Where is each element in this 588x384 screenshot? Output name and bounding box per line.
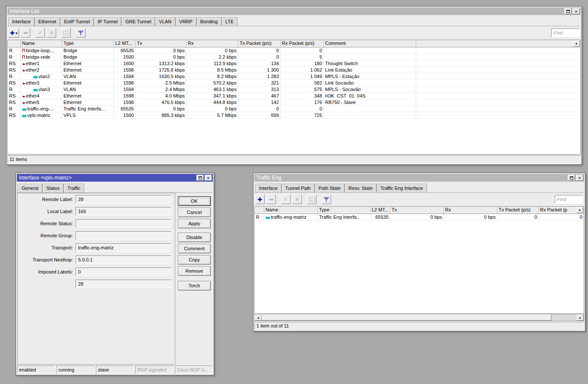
scroll-track[interactable]: [551, 315, 577, 321]
tab-traffic[interactable]: Traffic: [63, 184, 84, 192]
table-row[interactable]: R traffic-eng-matriz Traffic Eng Interfa…: [255, 214, 584, 220]
table-row[interactable]: RS ether3 Ethernet 1598 2.5 Mbps 570.2 k…: [8, 80, 580, 86]
table-row[interactable]: R traffic-eng-... Traffic Eng Interfa...…: [8, 106, 580, 112]
column-tx-packet[interactable]: Tx Packet (p/s): [497, 207, 539, 214]
column-rx[interactable]: Rx: [187, 40, 238, 47]
column-type[interactable]: Type: [318, 207, 370, 214]
tab-traffic-eng-interface[interactable]: Traffic Eng Interface: [376, 184, 427, 192]
row-name: vlan3: [21, 86, 62, 92]
cancel-button[interactable]: Cancel: [178, 208, 211, 217]
tab-lte[interactable]: LTE: [221, 17, 237, 26]
filter-button[interactable]: [322, 195, 331, 204]
find-input[interactable]: [555, 195, 583, 204]
remove-button[interactable]: [21, 28, 30, 38]
table-row[interactable]: RS ether2 Ethernet 1598 1725.8 kbps 8.5 …: [8, 67, 580, 73]
add-button[interactable]: [8, 28, 19, 38]
tab-vrrp[interactable]: VRRP: [175, 17, 196, 26]
column-comment[interactable]: Comment: [324, 40, 416, 47]
table-row[interactable]: RS ether4 Ethernet 1598 4.0 Mbps 347.1 k…: [8, 93, 580, 99]
close-button[interactable]: [576, 175, 583, 181]
table-row[interactable]: R bridge-loop... Bridge 65535 0 bps 0 bp…: [8, 47, 580, 54]
column-rx-packet[interactable]: Rx Packet (p/s): [281, 40, 324, 47]
ethernet-icon: [22, 80, 25, 86]
titlebar[interactable]: Traffic Eng: [254, 174, 584, 182]
imposed-labels-field[interactable]: 0: [76, 268, 171, 276]
scroll-thumb[interactable]: [262, 315, 551, 321]
traffic-eng-icon: [266, 214, 270, 220]
titlebar[interactable]: Interface List: [7, 7, 581, 15]
scroll-right-button[interactable]: [577, 315, 584, 321]
tab-status[interactable]: Status: [42, 184, 63, 192]
comment-button[interactable]: [307, 195, 316, 204]
scroll-left-button[interactable]: [255, 315, 262, 321]
column-rx[interactable]: Rx: [444, 207, 497, 214]
enable-button[interactable]: [35, 28, 45, 38]
column-name[interactable]: Name: [21, 40, 62, 47]
copy-button[interactable]: Copy: [178, 255, 211, 264]
apply-button[interactable]: Apply: [178, 219, 211, 228]
maximize-button[interactable]: [568, 175, 575, 181]
column-flags[interactable]: [255, 207, 264, 214]
tab-general[interactable]: General: [18, 184, 42, 192]
tab-ip-tunnel[interactable]: IP Tunnel: [94, 17, 121, 26]
column-flags[interactable]: [8, 40, 21, 47]
filter-button[interactable]: [76, 28, 85, 38]
tab-vlan[interactable]: VLAN: [155, 17, 175, 26]
table-row[interactable]: RS ether5 Ethernet 1598 476.5 kbps 444.8…: [8, 99, 580, 106]
disable-button[interactable]: Disable: [178, 233, 211, 242]
column-select-button[interactable]: [573, 41, 580, 47]
add-button[interactable]: [255, 195, 265, 204]
remote-label-field[interactable]: 28: [76, 195, 171, 204]
disable-button[interactable]: [292, 195, 302, 204]
torch-button[interactable]: Torch: [178, 281, 211, 290]
maximize-button[interactable]: [564, 8, 572, 14]
column-tx[interactable]: Tx: [136, 40, 187, 47]
table-row[interactable]: RS vpls-matriz VPLS 1500 885.3 kbps 5.7 …: [8, 112, 580, 119]
tab-interface[interactable]: Interface: [255, 184, 281, 192]
column-name[interactable]: Name: [264, 207, 318, 214]
find-input[interactable]: [551, 28, 580, 37]
row-tx-packet: 313: [238, 86, 281, 92]
title-buttons: [568, 175, 583, 181]
remote-status-field[interactable]: [76, 219, 171, 228]
remove-button[interactable]: [266, 195, 276, 204]
enable-button[interactable]: [281, 195, 291, 204]
row-l2mtu: 65535: [114, 106, 136, 112]
transport-nexthop-field[interactable]: 5.0.0.1: [76, 255, 171, 264]
horizontal-scrollbar[interactable]: [254, 314, 584, 321]
remote-group-field[interactable]: [76, 231, 171, 240]
table-row[interactable]: R vlan2 VLAN 1594 1630.5 kbps 8.2 Mbps 1…: [8, 73, 580, 80]
column-l2mtu[interactable]: L2 MT...: [370, 207, 390, 214]
column-tx[interactable]: Tx: [390, 207, 444, 214]
titlebar[interactable]: Interface <vpls-matriz>: [17, 174, 213, 182]
table-row[interactable]: RS ether1 Ethernet 1600 1313.2 kbps 112.…: [8, 60, 580, 67]
remove-button[interactable]: Remove: [178, 266, 211, 276]
row-tx: 0 bps: [390, 214, 444, 220]
tab-path-state[interactable]: Path State: [315, 184, 345, 192]
tab-eoip-tunnel[interactable]: EoIP Tunnel: [60, 17, 94, 26]
disable-button[interactable]: [47, 28, 56, 38]
column-tx-packet[interactable]: Tx Packet (p/s): [238, 40, 281, 47]
table-header: Name Type L2 MT... Tx Rx Tx Packet (p/s)…: [8, 40, 580, 47]
maximize-button[interactable]: [196, 175, 204, 181]
tab-ethernet[interactable]: Ethernet: [35, 17, 60, 26]
column-type[interactable]: Type: [62, 40, 114, 47]
table-row[interactable]: R vlan3 VLAN 1594 2.4 Mbps 463.1 kbps 31…: [8, 86, 580, 93]
close-button[interactable]: [572, 8, 580, 14]
tab-resv-state[interactable]: Resv. State: [345, 184, 376, 192]
tab-interface[interactable]: Interface: [8, 17, 35, 26]
row-name: traffic-eng-...: [21, 106, 62, 112]
transport-field[interactable]: traffic-eng-matriz: [76, 243, 171, 252]
table-row[interactable]: R bridge-rede Bridge 1500 0 bps 2.2 kbps…: [8, 54, 580, 60]
column-l2mtu[interactable]: L2 MT...: [114, 40, 136, 47]
ok-button[interactable]: OK: [178, 196, 211, 206]
column-select-button[interactable]: [576, 207, 583, 213]
tab-bonding[interactable]: Bonding: [196, 17, 221, 26]
close-button[interactable]: [205, 175, 212, 181]
tab-tunnel-path[interactable]: Tunnel Path: [281, 184, 315, 192]
local-label-field[interactable]: 166: [76, 207, 171, 216]
comment-button[interactable]: Comment: [178, 244, 211, 253]
comment-button[interactable]: [61, 28, 71, 38]
imposed-labels-field-2[interactable]: 28: [76, 280, 171, 288]
tab-gre-tunnel[interactable]: GRE Tunnel: [121, 17, 155, 26]
